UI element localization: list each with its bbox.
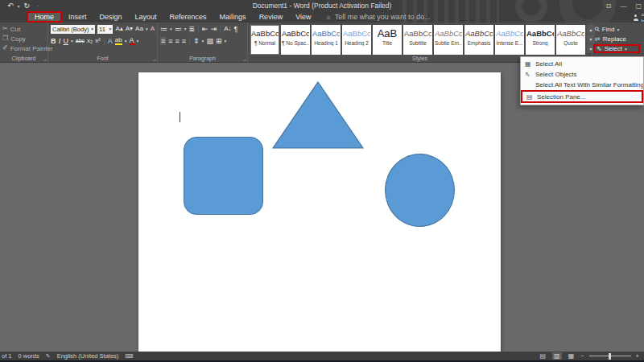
superscript-button[interactable]: x²	[95, 37, 101, 45]
change-case-button[interactable]: Aa	[135, 25, 143, 33]
tab-review[interactable]: Review	[253, 11, 290, 23]
chevron-down-icon: ▾	[125, 39, 127, 43]
menu-item-select-objects[interactable]: ⇖ Select Objects	[521, 69, 643, 80]
style-strong[interactable]: AaBbCcDc Strong	[526, 25, 555, 55]
rounded-square-shape[interactable]	[184, 137, 263, 215]
justify-icon[interactable]: ≡	[182, 37, 186, 45]
tab-references[interactable]: References	[163, 11, 213, 23]
font-dialog-launcher-icon[interactable]: ⌟	[153, 56, 155, 61]
borders-icon[interactable]: ⊞	[216, 37, 222, 45]
bold-button[interactable]: B	[51, 37, 56, 45]
shading-icon[interactable]: ▧	[206, 37, 213, 45]
style-title[interactable]: AaB Title	[373, 25, 402, 55]
subscript-button[interactable]: x₂	[87, 37, 93, 45]
style-emphasis[interactable]: AaBbCcDd Emphasis	[464, 25, 493, 55]
chevron-down-icon: ▾	[224, 39, 226, 43]
underline-button[interactable]: U	[64, 37, 69, 45]
menu-item-select-similar-formatting[interactable]: Select All Text With Similar Formatting …	[521, 80, 643, 90]
triangle-shape[interactable]	[272, 81, 364, 149]
tell-me-label: Tell me what you want to do...	[335, 13, 431, 21]
highlight-color-button[interactable]: ab	[115, 37, 122, 45]
copy-button[interactable]: ❐ Copy	[2, 34, 45, 43]
read-mode-button[interactable]: ▤	[539, 352, 548, 360]
bullets-icon[interactable]: ≔	[160, 25, 167, 33]
language-status[interactable]: English (United States)	[57, 352, 119, 360]
numbering-icon[interactable]: ≕	[175, 25, 182, 33]
undo-dropdown-icon[interactable]: ▾	[18, 3, 20, 9]
styles-gallery: AaBbCcDd ¶ Normal AaBbCcDd ¶ No Spac... …	[250, 25, 585, 53]
restore-icon[interactable]: ▢	[635, 2, 642, 10]
tab-insert[interactable]: Insert	[62, 11, 93, 23]
chevron-down-icon: ▾	[146, 27, 148, 31]
tab-design[interactable]: Design	[93, 11, 129, 23]
ribbon-tab-bar: Home Insert Design Layout References Mai…	[0, 11, 644, 23]
decrease-indent-icon[interactable]: ⇤	[202, 25, 208, 33]
style-intense-emphasis[interactable]: AaBbCcDd Intense E...	[495, 25, 524, 55]
style-quote[interactable]: AaBbCcDd Quote	[556, 25, 585, 55]
tab-view[interactable]: View	[289, 11, 317, 23]
grow-font-button[interactable]: A▴	[115, 25, 122, 33]
web-layout-button[interactable]: ▦	[567, 352, 576, 360]
align-right-icon[interactable]: ≡	[175, 37, 180, 45]
page-number-status[interactable]: of 1	[2, 352, 12, 360]
selection-pane-icon: ▤	[526, 93, 537, 101]
paragraph-dialog-launcher-icon[interactable]: ⌟	[243, 56, 246, 61]
align-center-icon[interactable]: ≡	[168, 37, 172, 45]
increase-indent-icon[interactable]: ⇥	[211, 25, 217, 33]
font-color-button[interactable]: A	[130, 37, 134, 45]
align-left-icon[interactable]: ≡	[160, 37, 166, 45]
find-button[interactable]: ⚲ Find ▾	[595, 25, 640, 34]
zoom-slider-thumb[interactable]	[609, 353, 611, 360]
zoom-in-button[interactable]: +	[636, 352, 639, 360]
sort-icon[interactable]: A↓	[224, 25, 231, 33]
proofing-status-icon[interactable]: ✎	[46, 353, 51, 360]
style-no-spacing[interactable]: AaBbCcDd ¶ No Spac...	[281, 25, 310, 55]
style-subtle-emphasis[interactable]: AaBbCcDd Subtle Em...	[434, 25, 463, 55]
multilevel-list-icon[interactable]: ≣	[189, 25, 196, 33]
style-heading-1[interactable]: AaBbCc Heading 1	[312, 25, 341, 55]
style-subtitle[interactable]: AaBbCcD Subtitle	[403, 25, 432, 55]
zoom-slider[interactable]	[589, 356, 631, 356]
tell-me-box[interactable]: ☼ Tell me what you want to do...	[326, 11, 431, 23]
text-effects-button[interactable]: A	[108, 37, 113, 45]
clear-formatting-button[interactable]: A	[151, 25, 155, 33]
customize-qat-icon[interactable]: ·	[37, 2, 39, 10]
ribbon-display-options-icon[interactable]: ⊡	[606, 2, 612, 10]
clipboard-dialog-launcher-icon[interactable]: ⌟	[43, 56, 46, 61]
style-heading-2[interactable]: AaBbCcD Heading 2	[342, 25, 371, 55]
chevron-down-icon: ▾	[91, 27, 93, 31]
line-spacing-icon[interactable]: ⇕	[193, 37, 200, 45]
tab-layout[interactable]: Layout	[129, 11, 163, 23]
text-cursor	[180, 112, 180, 122]
style-normal[interactable]: AaBbCcDd ¶ Normal	[250, 25, 279, 55]
font-name-combobox[interactable]: Calibri (Body) ▾	[51, 25, 95, 34]
zoom-out-button[interactable]: −	[580, 352, 584, 360]
chevron-down-icon: ▾	[617, 27, 619, 32]
menu-item-select-all[interactable]: ▦ Select All	[521, 59, 643, 69]
replace-button[interactable]: ⇄ Replace	[595, 35, 640, 43]
print-layout-button[interactable]: ▥	[552, 352, 562, 360]
tab-home[interactable]: Home	[27, 11, 62, 23]
redo-icon[interactable]: ↻	[24, 2, 31, 10]
italic-button[interactable]: I	[59, 37, 61, 45]
window-title: Document1 - Word (Product Activation Fai…	[113, 2, 531, 10]
format-painter-button[interactable]: ✐ Format Painter	[2, 43, 45, 53]
circle-shape[interactable]	[385, 154, 455, 227]
undo-icon[interactable]: ↶	[7, 2, 14, 10]
menu-item-selection-pane[interactable]: ▤ Selection Pane...	[521, 90, 643, 103]
font-group-label: Font	[48, 56, 157, 61]
minimize-icon[interactable]: —	[620, 2, 626, 10]
cut-button[interactable]: ✂ Cut	[2, 24, 45, 34]
show-paragraph-marks-icon[interactable]: ¶	[234, 25, 238, 33]
tab-mailings[interactable]: Mailings	[213, 11, 253, 23]
select-button[interactable]: ⇖ Select ▾	[593, 44, 640, 53]
font-size-combobox[interactable]: 11 ▾	[97, 25, 113, 34]
word-count-status[interactable]: 0 words	[19, 352, 39, 360]
document-page[interactable]	[138, 72, 501, 352]
strikethrough-button[interactable]: abc	[76, 37, 85, 45]
status-bar: of 1 0 words ✎ English (United States) ⌨…	[0, 352, 644, 360]
chevron-down-icon: ▾	[170, 27, 172, 31]
keyboard-icon[interactable]: ⌨	[125, 353, 133, 360]
chevron-down-icon: ▾	[184, 27, 187, 31]
shrink-font-button[interactable]: A▾	[126, 25, 133, 33]
